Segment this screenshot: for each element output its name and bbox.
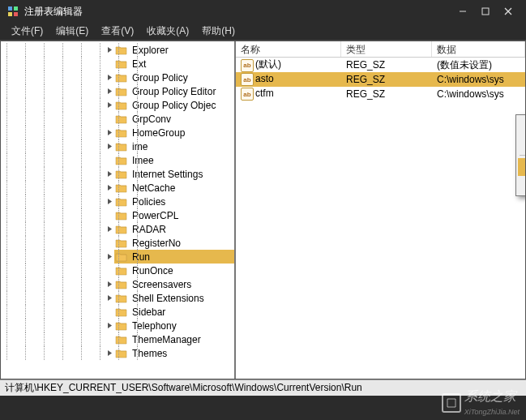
svg-rect-1 <box>14 6 18 11</box>
cell-name: abctfm <box>236 87 341 102</box>
maximize-button[interactable] <box>474 2 497 20</box>
cell-name: ab(默认) <box>236 57 341 73</box>
list-panel[interactable]: 名称 类型 数据 ab(默认) REG_SZ (数值未设置) abasto RE… <box>236 41 525 379</box>
statusbar: 计算机\HKEY_CURRENT_USER\Software\Microsoft… <box>0 379 526 396</box>
cell-data: (数值未设置) <box>432 58 525 73</box>
tree-item[interactable]: Telephony <box>1 319 234 332</box>
menu-view[interactable]: 查看(V) <box>95 23 140 40</box>
svg-rect-2 <box>8 12 12 16</box>
tree-item[interactable]: Policies <box>1 195 234 208</box>
menu-rename[interactable]: 重命名(R) <box>518 176 525 194</box>
string-value-icon: ab <box>241 73 254 86</box>
app-icon <box>6 5 19 18</box>
tree-item[interactable]: Themes <box>1 346 234 360</box>
tree-item[interactable]: Internet Settings <box>1 167 234 181</box>
string-value-icon: ab <box>241 59 254 72</box>
tree-item[interactable]: RegisterNo <box>1 236 234 250</box>
cell-data: C:\windows\sys <box>432 73 525 86</box>
tree-item[interactable]: Group Policy <box>1 71 234 84</box>
col-type[interactable]: 类型 <box>341 41 432 57</box>
tree-item[interactable]: Imee <box>1 153 234 167</box>
menu-help[interactable]: 帮助(H) <box>195 23 242 40</box>
cell-type: REG_SZ <box>341 88 432 101</box>
tree-item[interactable]: Group Policy Objec <box>1 98 234 112</box>
content: Explorer Ext Group Policy Group Policy E… <box>0 41 526 379</box>
menu-separator <box>520 155 525 156</box>
close-button[interactable] <box>497 2 520 20</box>
tree-item[interactable]: Sidebar <box>1 305 234 319</box>
context-menu: 修改(M)... 修改二进制数据(B)... 删除(D) 重命名(R) <box>515 114 525 196</box>
menubar: 文件(F) 编辑(E) 查看(V) 收藏夹(A) 帮助(H) <box>0 23 526 41</box>
col-data[interactable]: 数据 <box>432 41 525 57</box>
tree-item[interactable]: Shell Extensions <box>1 291 234 305</box>
list-row[interactable]: abasto REG_SZ C:\windows\sys <box>236 72 525 87</box>
svg-rect-3 <box>14 12 18 16</box>
tree-item[interactable]: RADAR <box>1 222 234 236</box>
svg-rect-8 <box>446 397 457 409</box>
tree-item[interactable]: NetCache <box>1 181 234 195</box>
titlebar: 注册表编辑器 <box>0 0 526 23</box>
cell-type: REG_SZ <box>341 58 432 71</box>
watermark-logo-icon <box>442 393 461 413</box>
menu-delete[interactable]: 删除(D) <box>518 158 525 176</box>
tree-item[interactable]: Run <box>1 250 234 264</box>
menu-edit[interactable]: 编辑(E) <box>49 23 95 40</box>
list-row[interactable]: ab(默认) REG_SZ (数值未设置) <box>236 58 525 72</box>
window-title: 注册表编辑器 <box>24 5 451 19</box>
tree-item[interactable]: PowerCPL <box>1 208 234 222</box>
tree-item[interactable]: Group Policy Editor <box>1 84 234 98</box>
svg-rect-5 <box>482 8 489 15</box>
tree-item[interactable]: GrpConv <box>1 112 234 126</box>
cell-type: REG_SZ <box>341 73 432 86</box>
status-path: 计算机\HKEY_CURRENT_USER\Software\Microsoft… <box>5 381 362 395</box>
tree-item[interactable]: Explorer <box>1 43 234 57</box>
tree-item[interactable]: Ext <box>1 57 234 71</box>
watermark-url: XiTongZhiJia.Net <box>464 408 520 416</box>
menu-modify[interactable]: 修改(M)... <box>518 117 525 135</box>
menu-modify-binary[interactable]: 修改二进制数据(B)... <box>518 135 525 152</box>
menu-file[interactable]: 文件(F) <box>5 23 49 40</box>
list-header: 名称 类型 数据 <box>236 41 525 58</box>
tree-item[interactable]: ime <box>1 139 234 153</box>
tree-item[interactable]: Screensavers <box>1 277 234 291</box>
col-name[interactable]: 名称 <box>236 41 341 57</box>
tree-panel[interactable]: Explorer Ext Group Policy Group Policy E… <box>1 41 236 379</box>
cell-name: abasto <box>236 72 341 88</box>
list-row[interactable]: abctfm REG_SZ C:\windows\sys <box>236 87 525 101</box>
string-value-icon: ab <box>241 88 254 101</box>
svg-rect-0 <box>8 6 12 11</box>
tree-item[interactable]: RunOnce <box>1 264 234 277</box>
tree-item[interactable]: ThemeManager <box>1 332 234 346</box>
minimize-button[interactable] <box>451 2 474 20</box>
menu-favorites[interactable]: 收藏夹(A) <box>140 23 195 40</box>
cell-data: C:\windows\sys <box>432 88 525 101</box>
tree-item[interactable]: HomeGroup <box>1 126 234 139</box>
